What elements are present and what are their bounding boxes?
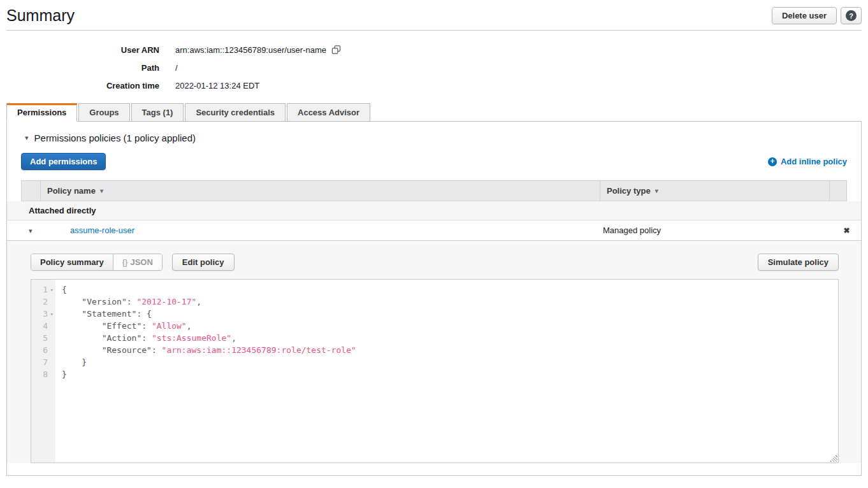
editor-gutter: 1▾23▾45678 xyxy=(31,280,55,463)
detach-policy-icon[interactable]: ✖ xyxy=(843,226,850,235)
detail-row-creation-time: Creation time 2022-01-12 13:24 EDT xyxy=(0,76,868,94)
gutter-line-number: 8 xyxy=(31,368,55,380)
attached-directly-group-row: Attached directly xyxy=(7,201,861,220)
page-header: Summary Delete user ? xyxy=(0,0,868,25)
gutter-line-number: 2 xyxy=(31,296,55,308)
code-line: "Effect": "Allow", xyxy=(62,320,838,332)
braces-icon: {} xyxy=(122,257,128,267)
detail-value: arn:aws:iam::123456789:user/user-name xyxy=(175,43,341,57)
gutter-line-number: 5 xyxy=(31,332,55,344)
fold-caret-icon[interactable]: ▾ xyxy=(50,287,54,293)
help-button[interactable]: ? xyxy=(841,7,862,24)
edit-policy-button[interactable]: Edit policy xyxy=(172,254,235,271)
json-view-button[interactable]: {}JSON xyxy=(113,254,162,270)
tab-permissions[interactable]: Permissions xyxy=(6,103,77,122)
page-title: Summary xyxy=(6,6,75,25)
policy-name-link[interactable]: assume-role-user xyxy=(70,226,134,235)
detail-label: User ARN xyxy=(0,45,159,55)
policy-summary-button[interactable]: Policy summary xyxy=(31,254,113,270)
permissions-tab-content: ▾ Permissions policies (1 policy applied… xyxy=(6,121,862,476)
tab-bar: Permissions Groups Tags (1) Security cre… xyxy=(6,103,862,121)
policy-json-editor: 1▾23▾45678 { "Version": "2012-10-17", "S… xyxy=(31,279,839,463)
gutter-line-number[interactable]: 3▾ xyxy=(31,308,55,320)
user-arn-value: arn:aws:iam::123456789:user/user-name xyxy=(175,45,326,55)
policy-name-cell: assume-role-user xyxy=(70,226,603,235)
detail-label: Creation time xyxy=(0,81,159,90)
user-details: User ARN arn:aws:iam::123456789:user/use… xyxy=(0,41,868,94)
add-inline-policy-label: Add inline policy xyxy=(781,157,847,166)
policy-detail-panel: Policy summary {}JSON Edit policy Simula… xyxy=(7,240,861,463)
code-line: "Statement": { xyxy=(62,308,838,320)
policy-name-column-header[interactable]: Policy name ▾ xyxy=(41,181,600,201)
header-end-cell xyxy=(830,181,846,201)
creation-time-value: 2022-01-12 13:24 EDT xyxy=(175,81,259,90)
header-divider xyxy=(6,30,862,31)
tab-tags[interactable]: Tags (1) xyxy=(131,103,184,122)
code-line: } xyxy=(62,368,838,380)
code-line: { xyxy=(62,283,838,296)
detail-row-user-arn: User ARN arn:aws:iam::123456789:user/use… xyxy=(0,41,868,59)
add-inline-policy-link[interactable]: + Add inline policy xyxy=(768,157,847,166)
policy-detail-toolbar: Policy summary {}JSON Edit policy Simula… xyxy=(31,254,839,271)
chevron-down-icon: ▾ xyxy=(25,134,29,142)
code-line: "Action": "sts:AssumeRole", xyxy=(62,332,838,344)
permissions-policies-section-toggle[interactable]: ▾ Permissions policies (1 policy applied… xyxy=(7,122,861,143)
tab-access-advisor[interactable]: Access Advisor xyxy=(287,103,370,122)
detach-cell: ✖ xyxy=(832,226,861,235)
row-expander[interactable]: ▾ xyxy=(29,226,70,235)
question-mark-icon: ? xyxy=(846,10,857,21)
delete-user-button[interactable]: Delete user xyxy=(772,7,837,24)
gutter-line-number: 4 xyxy=(31,320,55,332)
plus-circle-icon: + xyxy=(768,157,777,166)
sort-caret-icon: ▾ xyxy=(655,187,658,194)
add-permissions-button[interactable]: Add permissions xyxy=(21,153,106,170)
code-line: "Version": "2012-10-17", xyxy=(62,296,838,308)
policy-view-buttons: Policy summary {}JSON Edit policy xyxy=(31,254,235,271)
policy-type-header-label: Policy type xyxy=(607,186,651,196)
policy-type-cell: Managed policy xyxy=(603,226,832,235)
policy-table: Policy name ▾ Policy type ▾ Attached dir… xyxy=(7,180,861,463)
header-spacer-cell xyxy=(22,181,41,201)
detail-label: Path xyxy=(0,63,159,73)
json-view-label: JSON xyxy=(130,257,152,267)
simulate-policy-button[interactable]: Simulate policy xyxy=(758,254,839,271)
policy-table-header: Policy name ▾ Policy type ▾ xyxy=(21,180,847,201)
header-actions: Delete user ? xyxy=(772,7,862,24)
policy-type-column-header[interactable]: Policy type ▾ xyxy=(600,181,830,201)
policy-actions-row: Add permissions + Add inline policy xyxy=(21,153,847,170)
path-value: / xyxy=(175,63,178,73)
chevron-down-icon: ▾ xyxy=(29,227,33,234)
policy-name-header-label: Policy name xyxy=(47,186,96,196)
policy-view-segmented-control: Policy summary {}JSON xyxy=(31,254,163,271)
tab-groups[interactable]: Groups xyxy=(78,103,129,122)
gutter-line-number: 6 xyxy=(31,344,55,356)
sort-caret-icon: ▾ xyxy=(100,187,103,194)
code-line: } xyxy=(62,356,838,368)
fold-caret-icon[interactable]: ▾ xyxy=(50,311,54,317)
gutter-line-number: 7 xyxy=(31,356,55,368)
permissions-policies-title: Permissions policies (1 policy applied) xyxy=(34,133,196,143)
policy-table-row: ▾ assume-role-user Managed policy ✖ xyxy=(7,220,861,240)
tab-security-credentials[interactable]: Security credentials xyxy=(185,103,286,122)
code-line: "Resource": "arn:aws:iam::123456789:role… xyxy=(62,344,838,356)
detail-row-path: Path / xyxy=(0,59,868,76)
gutter-line-number[interactable]: 1▾ xyxy=(31,283,55,296)
copy-icon[interactable] xyxy=(331,45,341,57)
editor-code-area[interactable]: { "Version": "2012-10-17", "Statement": … xyxy=(55,280,838,463)
